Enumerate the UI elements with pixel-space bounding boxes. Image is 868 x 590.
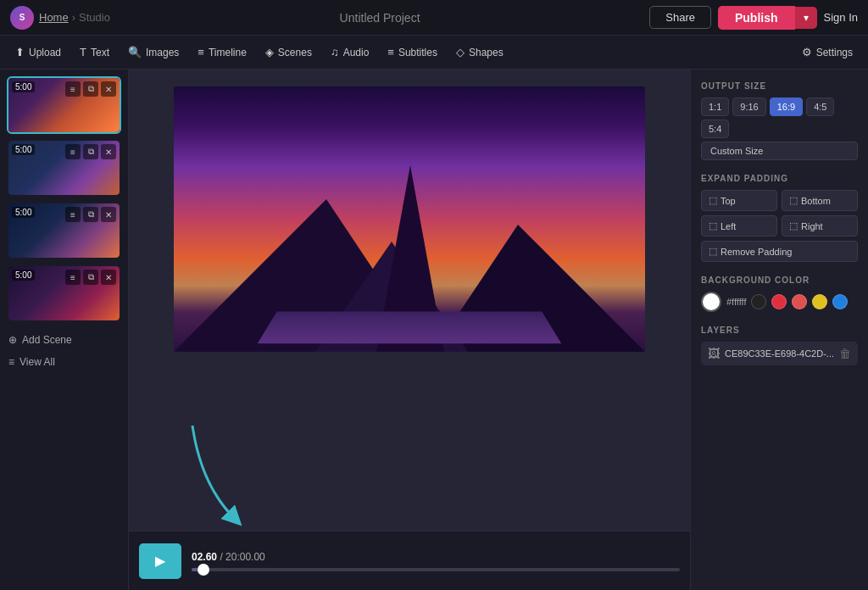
view-all-label: View All	[19, 356, 55, 368]
output-size-options: 1:1 9:16 16:9 4:5 5:4	[701, 97, 858, 138]
scene-duplicate-4[interactable]: ⧉	[83, 270, 98, 285]
scenes-icon: ◈	[265, 46, 274, 58]
top-nav: S Home › Studio Untitled Project Share P…	[0, 0, 868, 36]
size-16-9[interactable]: 16:9	[770, 97, 803, 116]
padding-top-label: Top	[721, 196, 736, 206]
signin-button[interactable]: Sign In	[824, 11, 858, 24]
padding-top[interactable]: ⬚ Top	[701, 190, 777, 211]
layer-name: CE89C33E-E698-4C2D-...	[725, 348, 834, 359]
scene-menu-1[interactable]: ≡	[65, 81, 81, 97]
scenes-sidebar: 5:00 ≡ ⧉ ✕ 5:00 ≡ ⧉ ✕ 5:00 ≡ ⧉ ✕	[0, 70, 129, 590]
home-link[interactable]: Home	[39, 11, 69, 24]
scene-controls-3: ≡ ⧉ ✕	[65, 207, 116, 222]
scene-duplicate-2[interactable]: ⧉	[83, 144, 98, 159]
view-all-button[interactable]: ≡ View All	[7, 353, 121, 371]
toolbar-upload[interactable]: ⬆ Upload	[7, 42, 70, 63]
layer-delete-button[interactable]: 🗑	[839, 347, 851, 360]
custom-size-button[interactable]: Custom Size	[701, 142, 858, 160]
sidebar-actions: ⊕ Add Scene ≡ View All	[7, 331, 121, 371]
add-scene-icon: ⊕	[8, 334, 17, 346]
scene-delete-2[interactable]: ✕	[101, 144, 116, 159]
toolbar-settings[interactable]: ⚙ Settings	[793, 42, 861, 63]
toolbar-upload-label: Upload	[29, 47, 61, 58]
scene-thumb-4[interactable]: 5:00 ≡ ⧉ ✕	[7, 264, 121, 322]
scrubber-handle[interactable]	[198, 564, 209, 576]
color-swatch-coral[interactable]	[792, 294, 807, 309]
remove-padding-label: Remove Padding	[721, 247, 792, 257]
color-swatch-blue[interactable]	[832, 294, 848, 309]
padding-options: ⬚ Top ⬚ Bottom ⬚ Left ⬚ Right ⬚ Remove	[701, 190, 858, 262]
output-size-section: OUTPUT SIZE 1:1 9:16 16:9 4:5 5:4 Custom…	[701, 81, 858, 160]
canvas-area: ▶ 02.60 / 20:00.00	[129, 70, 690, 590]
layers-label: LAYERS	[701, 326, 858, 335]
publish-button[interactable]: Publish	[718, 6, 795, 30]
timeline-arrow	[184, 417, 294, 531]
padding-left[interactable]: ⬚ Left	[701, 215, 777, 237]
toolbar-subtitles[interactable]: ≡ Subtitles	[379, 42, 446, 63]
color-swatch-yellow[interactable]	[812, 294, 827, 309]
bg-color-white-swatch[interactable]	[701, 292, 721, 312]
padding-bottom[interactable]: ⬚ Bottom	[782, 190, 858, 211]
scene-thumb-2[interactable]: 5:00 ≡ ⧉ ✕	[7, 139, 121, 197]
remove-padding-icon: ⬚	[709, 246, 717, 257]
toolbar-audio-label: Audio	[343, 47, 370, 58]
studio-label: Studio	[79, 11, 110, 24]
bg-color-label: BACKGROUND COLOR	[701, 276, 858, 285]
padding-right-icon: ⬚	[789, 220, 798, 231]
add-scene-button[interactable]: ⊕ Add Scene	[7, 331, 121, 349]
app-logo[interactable]: S	[10, 6, 34, 30]
scene-delete-1[interactable]: ✕	[101, 81, 116, 97]
breadcrumb-separator: ›	[72, 11, 75, 24]
padding-right[interactable]: ⬚ Right	[782, 215, 858, 237]
scene-delete-3[interactable]: ✕	[101, 207, 116, 222]
scene-duplicate-1[interactable]: ⧉	[83, 81, 98, 97]
remove-padding-button[interactable]: ⬚ Remove Padding	[701, 241, 858, 262]
toolbar-shapes[interactable]: ◇ Shapes	[448, 42, 512, 63]
size-5-4[interactable]: 5:4	[701, 120, 729, 138]
color-swatch-black[interactable]	[751, 294, 766, 309]
right-panel: OUTPUT SIZE 1:1 9:16 16:9 4:5 5:4 Custom…	[690, 70, 868, 590]
scene-thumb-1[interactable]: 5:00 ≡ ⧉ ✕	[7, 76, 121, 134]
toolbar-subtitles-label: Subtitles	[398, 47, 437, 58]
layer-image-icon: 🖼	[708, 347, 720, 360]
scene-menu-3[interactable]: ≡	[65, 207, 81, 222]
scene-delete-4[interactable]: ✕	[101, 270, 116, 285]
size-9-16[interactable]: 9:16	[732, 97, 765, 116]
toolbar-audio[interactable]: ♫ Audio	[322, 42, 377, 63]
scrubber-track[interactable]	[192, 568, 680, 571]
project-title[interactable]: Untitled Project	[110, 11, 649, 25]
size-1-1[interactable]: 1:1	[701, 97, 729, 116]
upload-icon: ⬆	[15, 46, 25, 58]
play-button[interactable]: ▶	[139, 543, 181, 579]
total-time: 20:00.00	[225, 551, 265, 563]
scene-duplicate-3[interactable]: ⧉	[83, 207, 98, 222]
toolbar-text[interactable]: T Text	[71, 42, 118, 63]
time-display: 02.60 / 20:00.00	[192, 551, 680, 563]
color-swatch-red[interactable]	[771, 294, 787, 309]
scene-controls-1: ≡ ⧉ ✕	[65, 81, 116, 97]
scene-menu-4[interactable]: ≡	[65, 270, 81, 285]
toolbar-timeline-label: Timeline	[209, 47, 247, 58]
share-button[interactable]: Share	[649, 6, 711, 29]
scene-time-1: 5:00	[12, 81, 35, 92]
scene-menu-2[interactable]: ≡	[65, 144, 81, 159]
scene-time-2: 5:00	[12, 144, 35, 155]
layer-item[interactable]: 🖼 CE89C33E-E698-4C2D-... 🗑	[701, 342, 858, 365]
text-icon: T	[80, 46, 86, 58]
subtitles-icon: ≡	[387, 46, 394, 58]
timeline-area: ▶ 02.60 / 20:00.00	[129, 531, 690, 590]
toolbar-images[interactable]: 🔍 Images	[120, 42, 187, 63]
scene-time-4: 5:00	[12, 270, 35, 281]
logo-area: S Home › Studio	[10, 6, 110, 30]
publish-caret-button[interactable]: ▾	[795, 7, 817, 29]
toolbar-scenes[interactable]: ◈ Scenes	[257, 42, 320, 63]
scene-thumb-3[interactable]: 5:00 ≡ ⧉ ✕	[7, 202, 121, 259]
canvas[interactable]	[174, 86, 645, 352]
toolbar-timeline[interactable]: ≡ Timeline	[189, 42, 255, 63]
settings-icon: ⚙	[802, 46, 812, 58]
publish-group: Publish ▾	[718, 6, 817, 30]
background-color-section: BACKGROUND COLOR #ffffff	[701, 276, 858, 312]
size-4-5[interactable]: 4:5	[806, 97, 834, 116]
main-area: 5:00 ≡ ⧉ ✕ 5:00 ≡ ⧉ ✕ 5:00 ≡ ⧉ ✕	[0, 70, 868, 590]
padding-right-label: Right	[801, 221, 823, 231]
